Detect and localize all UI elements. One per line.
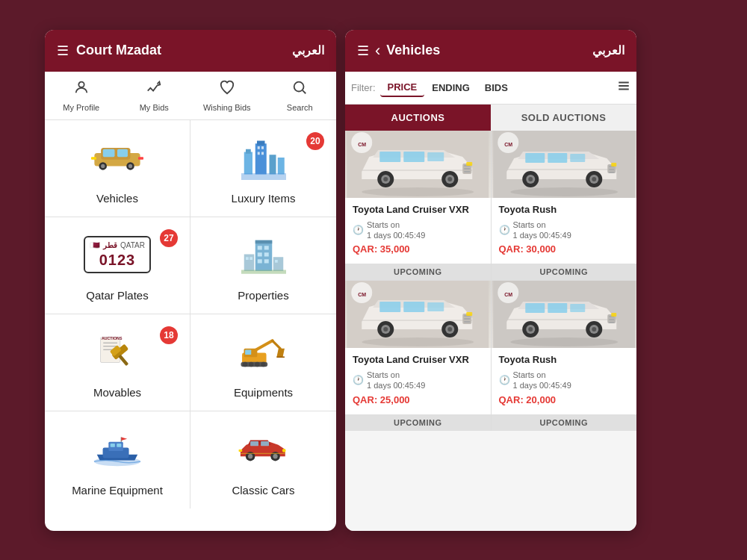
left-arabic-text: العربي — [292, 43, 324, 57]
properties-icon-area — [196, 226, 330, 283]
svg-rect-34 — [249, 257, 252, 260]
filter-ending[interactable]: ENDING — [424, 79, 477, 96]
right-panel: ☰ ‹ Vehicles العربي Filter: PRICE ENDING… — [345, 30, 636, 531]
luxury-icon — [241, 135, 286, 180]
category-properties[interactable]: Properties — [190, 217, 336, 314]
rush-car-svg: CM — [492, 131, 637, 198]
lc-car-svg: CM — [345, 131, 491, 198]
rush-2-name: Toyota Rush — [499, 354, 630, 365]
svg-text:CM: CM — [358, 142, 366, 147]
svg-point-51 — [249, 362, 254, 367]
vehicles-icon — [91, 139, 143, 176]
lc-1-price: QAR: 35,000 — [353, 243, 483, 255]
tab-sold-auctions[interactable]: SOLD AUCTIONS — [491, 105, 636, 131]
hamburger-icon[interactable]: ☰ — [57, 43, 69, 59]
auction-card-lc-1[interactable]: CM Toyota Land Cruiser VXR 🕐 Starts on 1… — [345, 131, 491, 281]
clock-icon-lc1: 🕐 — [353, 225, 364, 235]
svg-rect-15 — [255, 143, 266, 174]
bids-icon — [146, 79, 162, 100]
svg-rect-81 — [427, 152, 444, 161]
svg-rect-110 — [609, 169, 614, 170]
nav-label-bids: My Bids — [140, 103, 169, 112]
properties-label: Properties — [238, 289, 288, 302]
auction-scroll[interactable]: CM Toyota Land Cruiser VXR 🕐 Starts on 1… — [345, 131, 636, 531]
rush-1-time: Starts on 1 days 00:45:49 — [513, 220, 571, 241]
category-luxury[interactable]: 20 — [190, 120, 336, 217]
svg-rect-30 — [257, 259, 261, 263]
left-header: ☰ Court Mzadat العربي — [45, 30, 336, 72]
svg-rect-36 — [275, 260, 278, 263]
auction-card-rush-2[interactable]: CM Toyota Rush 🕐 Starts on 1 days 00:45:… — [492, 281, 637, 431]
svg-rect-18 — [277, 158, 284, 175]
svg-point-145 — [592, 327, 596, 332]
svg-rect-79 — [379, 152, 400, 162]
svg-rect-37 — [241, 270, 286, 274]
left-panel: ☰ Court Mzadat العربي My Profile — [45, 30, 336, 531]
svg-rect-61 — [111, 444, 115, 447]
category-qatar-plates[interactable]: 27 🇶🇦 قطر QATAR 0123 Qatar Plates — [45, 217, 190, 314]
svg-rect-23 — [241, 173, 286, 180]
nav-item-my-profile[interactable]: My Profile — [45, 72, 118, 119]
luxury-label: Luxury Items — [232, 192, 296, 205]
category-grid: Vehicles 20 — [45, 120, 336, 508]
lc-2-time: Starts on 1 days 00:45:49 — [367, 370, 425, 391]
nav-item-search[interactable]: Search — [264, 72, 337, 119]
rush-2-image: CM — [492, 281, 637, 348]
auction-card-rush-1[interactable]: CM Toyota Rush 🕐 Starts on 1 days 00:45:… — [492, 131, 637, 281]
svg-rect-131 — [466, 312, 472, 316]
nav-label-wishing: Wishing Bids — [203, 103, 251, 112]
svg-rect-72 — [238, 449, 242, 451]
svg-point-97 — [510, 187, 618, 196]
right-arabic-text: العربي — [592, 43, 624, 57]
classic-cars-label: Classic Cars — [232, 484, 294, 497]
lc-2-time-row: 🕐 Starts on 1 days 00:45:49 — [353, 370, 483, 391]
right-hamburger-icon[interactable]: ☰ — [357, 43, 369, 59]
rush-1-image: CM — [492, 131, 637, 198]
clock-icon-rush1: 🕐 — [499, 225, 510, 235]
rush-2-status: UPCOMING — [492, 414, 637, 431]
plates-badge: 27 — [160, 229, 178, 247]
category-classic-cars[interactable]: Classic Cars — [190, 411, 336, 508]
filter-menu-icon[interactable] — [617, 79, 630, 96]
svg-rect-99 — [548, 153, 567, 163]
svg-text:CM: CM — [504, 292, 512, 297]
svg-rect-118 — [403, 302, 424, 312]
tab-auctions[interactable]: AUCTIONS — [345, 105, 491, 131]
marine-icon-area — [51, 420, 184, 478]
classic-cars-icon-area — [196, 420, 330, 478]
auction-card-lc-2[interactable]: CM Toyota Land Cruiser VXR 🕐 Starts on 1… — [345, 281, 491, 431]
classic-cars-icon — [238, 432, 290, 466]
svg-point-78 — [362, 187, 474, 196]
category-marine[interactable]: Marine Equipment — [45, 411, 190, 508]
rush-2-price: QAR: 20,000 — [499, 394, 630, 405]
svg-point-85 — [383, 177, 388, 181]
category-equipments[interactable]: Equipments — [190, 314, 336, 411]
lc-2-name: Toyota Land Cruiser VXR — [353, 354, 483, 365]
svg-rect-20 — [261, 146, 264, 149]
nav-item-my-bids[interactable]: My Bids — [118, 72, 191, 119]
app-title: Court Mzadat — [76, 43, 161, 58]
svg-rect-32 — [244, 255, 254, 272]
svg-rect-65 — [250, 441, 258, 446]
equipments-icon-area — [196, 323, 330, 380]
clock-icon-lc2: 🕐 — [353, 375, 364, 385]
svg-rect-35 — [273, 257, 283, 271]
svg-rect-129 — [464, 318, 470, 320]
svg-rect-137 — [548, 303, 567, 313]
filter-bids[interactable]: BIDS — [477, 79, 515, 96]
svg-rect-117 — [379, 302, 400, 312]
category-vehicles[interactable]: Vehicles — [45, 120, 190, 217]
back-icon[interactable]: ‹ — [375, 41, 380, 60]
svg-rect-62 — [117, 444, 121, 447]
category-movables[interactable]: 18 AUCTIONS Movable — [45, 314, 190, 411]
svg-rect-26 — [257, 246, 261, 249]
svg-point-10 — [128, 164, 132, 167]
filter-price[interactable]: PRICE — [380, 78, 425, 97]
lc-1-image: CM — [345, 131, 491, 198]
rush-1-name: Toyota Rush — [499, 204, 630, 215]
lc-1-info: Toyota Land Cruiser VXR 🕐 Starts on 1 da… — [345, 198, 491, 264]
svg-point-88 — [447, 177, 452, 181]
lc-1-time-row: 🕐 Starts on 1 days 00:45:49 — [353, 220, 483, 241]
svg-rect-111 — [609, 172, 614, 173]
nav-item-wishing-bids[interactable]: Wishing Bids — [190, 72, 264, 119]
